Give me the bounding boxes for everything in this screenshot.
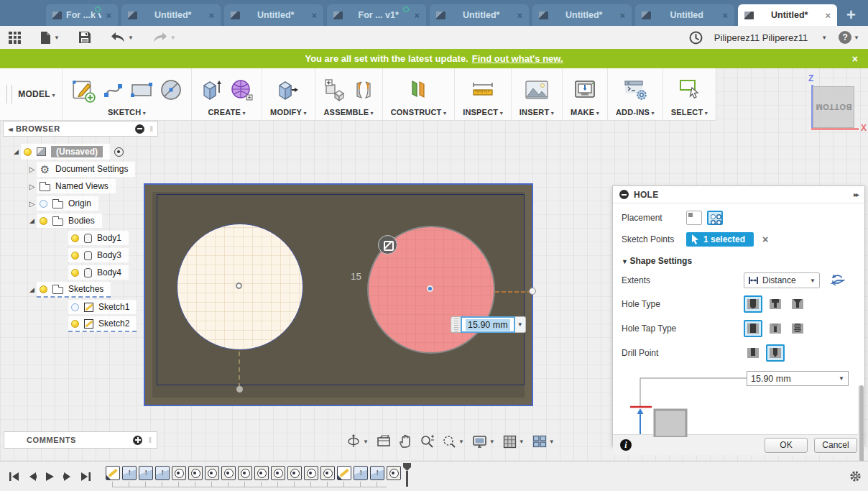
- clear-selection-icon[interactable]: ×: [762, 234, 768, 245]
- undo-caret-icon[interactable]: ▼: [128, 35, 134, 41]
- document-tab[interactable]: Untitled* ×: [532, 4, 632, 26]
- ribbon-grip[interactable]: [6, 85, 12, 104]
- ribbon-group-label-select[interactable]: SELECT: [671, 108, 708, 116]
- extents-dropdown[interactable]: Distance ▼: [744, 272, 820, 288]
- pan-button[interactable]: [399, 434, 412, 449]
- hole-type-countersink-button[interactable]: [788, 295, 807, 313]
- redo-caret-icon[interactable]: ▼: [170, 35, 176, 41]
- ribbon-group-label-modify[interactable]: MODIFY: [270, 108, 307, 116]
- tree-item-label[interactable]: Body1: [97, 233, 121, 243]
- tree-item-label[interactable]: Origin: [68, 198, 91, 208]
- cancel-button[interactable]: Cancel: [814, 438, 857, 453]
- sketch-points-selection-button[interactable]: 1 selected: [686, 232, 754, 247]
- dialog-collapse-icon[interactable]: [619, 190, 629, 199]
- ribbon-group-label-addins[interactable]: ADD-INS: [616, 108, 655, 116]
- select-tool-icon[interactable]: [676, 78, 702, 102]
- dimension-input[interactable]: 15.90 mm ▼: [451, 316, 526, 333]
- placement-single-hole-button[interactable]: [686, 211, 702, 225]
- info-icon[interactable]: i: [620, 439, 632, 451]
- document-tab[interactable]: Untitled* ×: [224, 4, 323, 26]
- timeline-feature-icon[interactable]: [370, 466, 384, 480]
- ok-button[interactable]: OK: [765, 438, 808, 453]
- whats-new-link[interactable]: Find out what's new.: [472, 53, 563, 64]
- close-tab-icon[interactable]: ×: [106, 11, 111, 20]
- app-launcher-icon[interactable]: [9, 32, 21, 44]
- tree-item-label[interactable]: Sketch2: [98, 318, 129, 329]
- joint-icon[interactable]: [353, 78, 374, 102]
- zoom-button[interactable]: [420, 434, 434, 449]
- ribbon-group-label-inspect[interactable]: INSPECT: [463, 108, 503, 116]
- visibility-bulb-icon[interactable]: [40, 217, 47, 225]
- visibility-bulb-icon[interactable]: [71, 320, 79, 328]
- active-component-radio-icon[interactable]: [114, 147, 124, 157]
- timeline-feature-icon[interactable]: [139, 466, 153, 480]
- ribbon-group-label-assemble[interactable]: ASSEMBLE: [323, 108, 373, 116]
- browser-tree-row[interactable]: Body4: [3, 264, 158, 281]
- browser-tree-row[interactable]: Document Settings: [3, 160, 158, 178]
- timeline-feature-icon[interactable]: [320, 466, 335, 480]
- tree-item-label[interactable]: Bodies: [68, 216, 95, 226]
- create-form-icon[interactable]: [229, 78, 254, 102]
- zoom-window-button[interactable]: ▼: [442, 434, 464, 449]
- hole-edit-manipulator[interactable]: [378, 235, 397, 254]
- tree-item-label[interactable]: Named Views: [55, 181, 108, 191]
- browser-drag-grip[interactable]: ‖: [149, 124, 153, 133]
- help-menu-button[interactable]: ? ▼: [839, 31, 859, 44]
- timeline-feature-icon[interactable]: [106, 466, 120, 480]
- tree-expander-icon[interactable]: [27, 165, 37, 173]
- timeline-feature-icon[interactable]: [155, 466, 170, 480]
- tap-type-clearance-button[interactable]: [766, 320, 785, 337]
- tree-expander-icon[interactable]: [11, 148, 21, 155]
- file-menu-button[interactable]: ▼: [40, 31, 60, 45]
- document-tab[interactable]: Untitled* ×: [430, 4, 529, 26]
- job-status-clock-icon[interactable]: [689, 31, 703, 45]
- go-to-end-button[interactable]: [80, 472, 91, 482]
- depth-caret-icon[interactable]: ▼: [839, 375, 844, 382]
- placement-multiple-holes-button[interactable]: [707, 211, 723, 225]
- timeline-feature-icon[interactable]: [354, 466, 368, 480]
- timeline-feature-icon[interactable]: [188, 466, 203, 480]
- scripts-addins-icon[interactable]: [622, 78, 648, 101]
- dialog-expand-icon[interactable]: ▸▸: [854, 191, 858, 198]
- timeline-feature-icon[interactable]: [122, 466, 137, 480]
- ribbon-group-label-insert[interactable]: INSERT: [520, 108, 554, 116]
- step-forward-button[interactable]: [63, 472, 73, 482]
- timeline-feature-icon[interactable]: [287, 466, 302, 480]
- construct-plane-icon[interactable]: [406, 78, 430, 102]
- drill-point-angle-button[interactable]: [766, 344, 785, 362]
- browser-tree-row[interactable]: Origin: [3, 195, 158, 212]
- viewports-button[interactable]: ▼: [532, 435, 555, 448]
- add-comment-icon[interactable]: [133, 436, 142, 445]
- flip-direction-button[interactable]: [830, 273, 846, 288]
- document-tab[interactable]: For ... v1* ×: [327, 4, 426, 26]
- timeline-feature-icon[interactable]: [271, 466, 285, 480]
- user-account-menu[interactable]: Piliperez11 Piliperez11: [714, 32, 808, 43]
- timeline-feature-icon[interactable]: [254, 466, 269, 480]
- browser-tree-row[interactable]: Named Views: [3, 178, 158, 195]
- display-settings-button[interactable]: ▼: [472, 435, 495, 449]
- visibility-bulb-icon[interactable]: [24, 148, 32, 156]
- tree-item-label[interactable]: Sketch1: [98, 302, 129, 312]
- circle-tool-icon[interactable]: [159, 78, 183, 102]
- save-button[interactable]: [78, 31, 91, 44]
- dimension-input-drag-grip[interactable]: [451, 316, 461, 333]
- browser-tree-row[interactable]: Bodies: [3, 212, 158, 229]
- ribbon-group-label-create[interactable]: CREATE: [208, 108, 245, 116]
- browser-tree-row[interactable]: Body1: [3, 229, 158, 247]
- extrude-icon[interactable]: [200, 77, 224, 103]
- sketch-point-handle[interactable]: [236, 386, 243, 393]
- hole-center-point[interactable]: [427, 285, 433, 292]
- timeline-feature-icon[interactable]: [238, 466, 252, 480]
- comments-drag-grip[interactable]: ‖: [148, 436, 152, 444]
- ribbon-group-label-make[interactable]: MAKE: [571, 108, 599, 116]
- collapse-panel-icon[interactable]: ◂◂: [8, 125, 11, 133]
- document-tab[interactable]: For ...k v2 ×: [46, 4, 118, 26]
- viewcube[interactable]: Z BOTTOM X: [803, 75, 865, 137]
- drill-point-flat-button[interactable]: [744, 344, 762, 362]
- create-sketch-icon[interactable]: [70, 77, 96, 103]
- visibility-bulb-icon[interactable]: [71, 269, 79, 277]
- tree-expander-icon[interactable]: [27, 217, 37, 224]
- browser-tree-row[interactable]: (Unsaved): [3, 143, 158, 160]
- redo-button[interactable]: ▼: [152, 32, 176, 43]
- tree-item-label[interactable]: Document Settings: [55, 164, 128, 174]
